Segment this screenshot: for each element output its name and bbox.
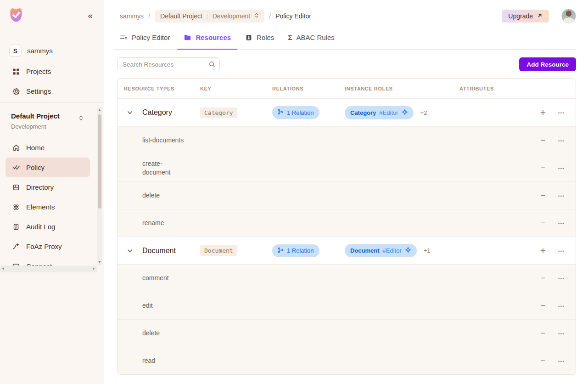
sparkle-icon <box>405 247 411 254</box>
sidebar-item-policy[interactable]: Policy <box>6 158 90 177</box>
action-label: edit <box>142 301 189 310</box>
action-row: list-documents − ••• <box>118 126 576 154</box>
tab-resources[interactable]: Resources <box>177 34 237 49</box>
sidebar-collapse-button[interactable]: « <box>88 11 93 20</box>
breadcrumb-separator: / <box>269 12 271 20</box>
tab-roles[interactable]: Roles <box>238 34 280 49</box>
add-resource-button[interactable]: Add Resource <box>519 57 576 71</box>
breadcrumb-environment: Development <box>213 12 251 20</box>
scroll-up-arrow-icon[interactable] <box>98 109 101 111</box>
row-menu-button[interactable]: ••• <box>556 328 567 339</box>
tab-policy-editor[interactable]: Policy Editor <box>113 34 176 49</box>
row-menu-button[interactable]: ••• <box>556 300 567 311</box>
resource-key-chip: Category <box>200 107 237 118</box>
breadcrumb-separator: / <box>148 12 150 20</box>
scroll-down-arrow-icon[interactable] <box>98 261 101 263</box>
row-menu-button[interactable]: ••• <box>556 273 567 284</box>
double-check-icon <box>12 164 20 172</box>
collapse-chevron-icon[interactable] <box>126 247 134 255</box>
extra-roles-count[interactable]: +1 <box>424 247 431 254</box>
sidebar-item-home[interactable]: Home <box>0 138 104 158</box>
sigma-icon: Σ <box>288 34 292 41</box>
action-label: comment <box>142 274 189 282</box>
action-row: delete − ••• <box>118 319 576 347</box>
project-environment: Development <box>11 123 95 130</box>
instance-role-badge[interactable]: Category#Editor <box>345 106 414 119</box>
sidebar-item-directory[interactable]: Directory <box>0 177 104 197</box>
remove-action-button[interactable]: − <box>538 300 549 311</box>
scroll-left-arrow-icon[interactable] <box>2 267 4 270</box>
action-label: rename <box>142 219 189 227</box>
instance-role-badge[interactable]: Document#Editor <box>345 244 417 257</box>
search-icon <box>208 61 216 70</box>
arrow-up-right-icon <box>537 12 543 20</box>
remove-action-button[interactable]: − <box>538 190 549 201</box>
org-switcher[interactable]: S sammys <box>0 45 104 57</box>
row-menu-button[interactable]: ••• <box>556 356 567 367</box>
chevron-up-down-icon <box>78 115 84 123</box>
breadcrumb-project-pill[interactable]: Default Project : Development <box>155 10 264 23</box>
breadcrumb-colon: : <box>207 12 208 20</box>
action-label: list-documents <box>142 136 189 144</box>
scrollbar-thumb[interactable] <box>98 114 101 209</box>
sidebar-horizontal-scrollbar[interactable] <box>0 265 97 272</box>
relations-badge[interactable]: 1 Relation <box>272 106 319 119</box>
remove-action-button[interactable]: − <box>538 163 549 174</box>
folder-icon <box>184 34 191 41</box>
directory-icon <box>12 183 20 192</box>
remove-action-button[interactable]: − <box>538 135 549 146</box>
resource-name: Category <box>142 108 200 117</box>
remove-action-button[interactable]: − <box>538 356 549 367</box>
row-menu-button[interactable]: ••• <box>556 190 567 201</box>
sidebar-item-projects[interactable]: Projects <box>0 62 104 81</box>
sidebar: « S sammys Projects Settings <box>0 0 104 384</box>
breadcrumb-org[interactable]: sammys <box>120 12 144 20</box>
row-menu-button[interactable]: ••• <box>556 107 567 118</box>
column-header-resource-types: RESOURCE TYPES <box>118 86 200 91</box>
add-action-button[interactable]: + <box>538 245 549 256</box>
extra-roles-count[interactable]: +2 <box>420 109 427 116</box>
search-input[interactable] <box>117 57 220 71</box>
action-label: read <box>142 356 189 365</box>
tab-bar: Policy Editor Resources Roles Σ ABAC R <box>113 34 576 50</box>
user-avatar[interactable] <box>561 9 576 23</box>
sidebar-item-foaz-proxy[interactable]: FoAz Proxy <box>0 237 104 256</box>
sidebar-item-settings[interactable]: Settings <box>0 81 104 101</box>
scroll-right-arrow-icon[interactable] <box>93 267 95 270</box>
branch-icon <box>278 247 284 254</box>
upgrade-label: Upgrade <box>508 12 533 20</box>
breadcrumb-project: Default Project <box>160 12 202 20</box>
top-bar: sammys / Default Project : Development /… <box>104 0 588 23</box>
action-row: create-document − ••• <box>118 154 576 181</box>
relations-badge[interactable]: 1 Relation <box>272 244 319 257</box>
project-selector[interactable]: Default Project Development <box>0 103 104 131</box>
remove-action-button[interactable]: − <box>538 328 549 339</box>
action-row: read − ••• <box>118 347 576 374</box>
remove-action-button[interactable]: − <box>538 218 549 229</box>
row-menu-button[interactable]: ••• <box>556 135 567 146</box>
resource-row-document: Document Document 1 Relation Document#Ed… <box>118 237 576 264</box>
row-menu-button[interactable]: ••• <box>556 163 567 174</box>
sidebar-vertical-scrollbar[interactable] <box>97 107 102 265</box>
sidebar-item-audit-log[interactable]: Audit Log <box>0 217 104 237</box>
main-content: sammys / Default Project : Development /… <box>104 0 588 384</box>
action-row: delete − ••• <box>118 181 576 209</box>
elements-icon <box>12 203 20 211</box>
role-resource-part: Document <box>350 247 380 254</box>
sidebar-item-elements[interactable]: Elements <box>0 197 104 217</box>
sidebar-item-label: Home <box>26 144 45 152</box>
add-action-button[interactable]: + <box>538 107 549 118</box>
branch-icon <box>278 109 284 116</box>
remove-action-button[interactable]: − <box>538 273 549 284</box>
tab-abac-rules[interactable]: Σ ABAC Rules <box>281 34 341 49</box>
column-header-attributes: ATTRIBUTES <box>459 86 538 91</box>
role-resource-part: Category <box>350 109 376 116</box>
row-menu-button[interactable]: ••• <box>556 245 567 256</box>
collapse-chevron-icon[interactable] <box>126 108 134 117</box>
column-header-relations: RELATIONS <box>272 86 345 91</box>
home-icon <box>12 144 20 152</box>
sparkle-icon <box>402 109 408 117</box>
row-menu-button[interactable]: ••• <box>556 218 567 229</box>
sidebar-item-label: FoAz Proxy <box>26 243 62 250</box>
upgrade-button[interactable]: Upgrade <box>502 10 549 23</box>
